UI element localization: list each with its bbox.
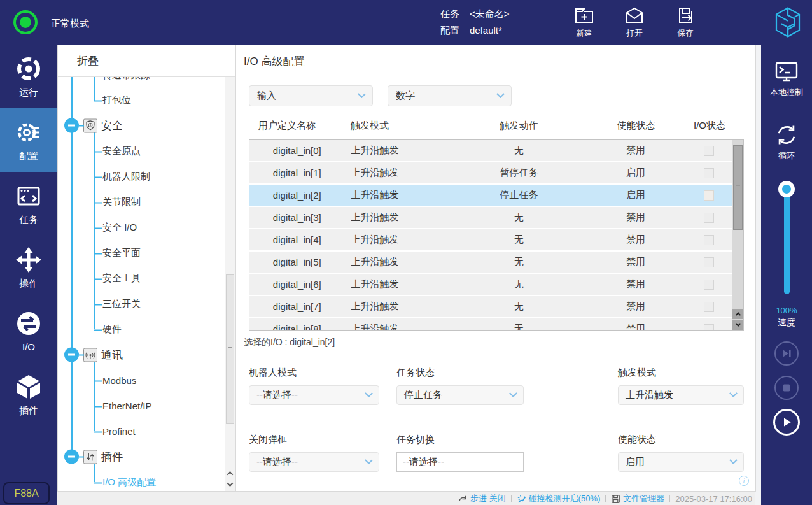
tree-item-robot-limits[interactable]: 机器人限制: [102, 171, 150, 183]
tree-item-io-advanced-config[interactable]: I/O 高级配置: [102, 476, 156, 488]
nav-item-plugin[interactable]: 插件: [0, 363, 57, 427]
tree-item-communication[interactable]: 通讯: [58, 348, 123, 362]
io-state-checkbox[interactable]: [704, 190, 714, 201]
step-forward-button[interactable]: [774, 341, 799, 366]
tree-item-safety-tool[interactable]: 安全工具: [102, 273, 141, 285]
trigger-mode: 上升沿触发: [345, 301, 442, 313]
speed-percent: 100%: [761, 306, 812, 315]
tree-scrollbar[interactable]: [225, 77, 235, 491]
speed-slider-handle[interactable]: [778, 181, 795, 197]
nav-item-task[interactable]: 任务: [0, 172, 57, 236]
speed-slider-track[interactable]: [784, 189, 790, 294]
tree-body: 传送带跟踪 打包位 安全 安全原点 机器人限制 关节限制 安全 I/O 安全平面…: [58, 77, 235, 491]
robot-mode-select[interactable]: --请选择--: [249, 385, 379, 405]
collapse-minus-icon[interactable]: [64, 450, 79, 464]
io-state-checkbox[interactable]: [704, 213, 714, 223]
table-row-selected[interactable]: digital_in[2] 上升沿触发 停止任务 启用: [249, 185, 743, 206]
chevron-down-icon: [365, 389, 373, 397]
table-row[interactable]: digital_in[3] 上升沿触发 无 禁用: [249, 207, 743, 228]
task-value: <未命名>: [470, 6, 510, 22]
io-state-checkbox[interactable]: [704, 257, 714, 267]
enable-state: 启用: [597, 167, 675, 179]
tree-item-modbus[interactable]: Modbus: [102, 375, 136, 386]
tree-item-joint-limits[interactable]: 关节限制: [102, 196, 141, 208]
table-row[interactable]: digital_in[6] 上升沿触发 无 禁用: [249, 274, 743, 295]
tree-item-plugin[interactable]: 插件: [58, 450, 123, 464]
tree-item-safety-plane[interactable]: 安全平面: [102, 247, 141, 259]
io-state-checkbox[interactable]: [704, 324, 714, 331]
table-scrollbar-thumb[interactable]: [733, 145, 743, 230]
tree-item-safety-io[interactable]: 安全 I/O: [102, 222, 137, 234]
close-popup-select[interactable]: --请选择--: [249, 452, 379, 472]
tree-item-ethernet-ip[interactable]: EtherNet/IP: [102, 401, 152, 411]
nav-item-run[interactable]: 运行: [0, 45, 57, 108]
save-button[interactable]: 保存: [666, 5, 705, 39]
trigger-action: 停止任务: [441, 189, 596, 201]
loop-icon: [774, 122, 799, 148]
tree-collapse-header[interactable]: 折叠: [58, 45, 235, 77]
tree-item-label: 安全: [101, 118, 123, 133]
table-row[interactable]: digital_in[5] 上升沿触发 无 禁用: [249, 252, 743, 273]
open-button[interactable]: 打开: [615, 5, 654, 39]
io-type-select[interactable]: 数字: [388, 85, 512, 106]
new-button[interactable]: 新建: [564, 5, 604, 39]
info-icon[interactable]: i: [739, 476, 749, 486]
tree-item-safety[interactable]: 安全: [58, 118, 123, 133]
tree-scroll-down-button[interactable]: [225, 479, 235, 490]
nav-item-config[interactable]: 配置: [0, 108, 57, 172]
trigger-mode-field: 触发模式 上升沿触发: [618, 367, 744, 405]
table-row[interactable]: digital_in[0] 上升沿触发 无 禁用: [249, 140, 743, 161]
task-switch-input[interactable]: [396, 452, 524, 472]
table-row[interactable]: digital_in[7] 上升沿触发 无 禁用: [249, 296, 743, 317]
nav-item-io[interactable]: I/O: [0, 299, 57, 363]
io-name: digital_in[2]: [249, 190, 345, 201]
tree-item-profinet[interactable]: Profinet: [102, 426, 136, 437]
io-direction-select[interactable]: 输入: [249, 85, 373, 106]
local-control-button[interactable]: 本地控制: [761, 59, 812, 98]
trigger-mode-select[interactable]: 上升沿触发: [618, 385, 744, 405]
enable-state: 禁用: [597, 256, 675, 268]
tree-item-safety-origin[interactable]: 安全原点: [102, 145, 141, 157]
tree-scrollbar-thumb[interactable]: [226, 274, 234, 424]
io-state-checkbox[interactable]: [704, 280, 714, 290]
nav-item-operate[interactable]: 操作: [0, 236, 57, 299]
table-row[interactable]: digital_in[1] 上升沿触发 暂停任务 启用: [249, 162, 743, 183]
io-state-checkbox[interactable]: [704, 302, 714, 312]
tree-item-hardware[interactable]: 硬件: [102, 324, 122, 336]
column-header-enable-state: 使能状态: [597, 120, 675, 132]
trigger-action: 无: [441, 278, 596, 290]
chevron-down-icon: [496, 90, 505, 98]
enable-state: 启用: [597, 189, 675, 201]
tree-item-conveyor-tracking[interactable]: 传送带跟踪: [102, 77, 150, 82]
io-name: digital_in[0]: [249, 145, 345, 156]
collision-detection-status[interactable]: 碰撞检测开启(50%): [517, 493, 601, 504]
collapse-minus-icon[interactable]: [64, 348, 79, 362]
table-row[interactable]: digital_in[8] 上升沿触发 无 禁用: [249, 318, 743, 331]
sliders-icon: [83, 450, 97, 464]
step-mode-status[interactable]: 步进 关闭: [458, 493, 506, 504]
trigger-mode: 上升沿触发: [345, 278, 442, 290]
table-scrollbar[interactable]: [732, 140, 743, 330]
task-state-select[interactable]: 停止任务: [396, 385, 524, 405]
trigger-action: 无: [441, 145, 596, 157]
tree-scroll-up-button[interactable]: [225, 468, 235, 479]
file-manager-button[interactable]: 文件管理器: [611, 493, 664, 504]
stop-button[interactable]: [774, 376, 799, 400]
table-scroll-down-button[interactable]: [732, 320, 743, 330]
collapse-minus-icon[interactable]: [64, 118, 79, 133]
table-row[interactable]: digital_in[4] 上升沿触发 无 禁用: [249, 229, 743, 250]
tree-item-three-position-switch[interactable]: 三位开关: [102, 298, 141, 310]
table-scroll-up-button[interactable]: [732, 309, 743, 319]
play-button[interactable]: [773, 409, 800, 436]
trigger-mode: 上升沿触发: [345, 145, 442, 157]
io-state-checkbox[interactable]: [704, 146, 714, 156]
io-state-checkbox[interactable]: [704, 168, 714, 178]
tree-item-label: 通讯: [101, 348, 123, 362]
device-id-badge[interactable]: F88A: [3, 482, 50, 504]
tree-item-packing-position[interactable]: 打包位: [102, 94, 131, 106]
tree-item-label: 机器人限制: [102, 171, 150, 181]
mode-label: 正常模式: [51, 18, 89, 30]
enable-state-select[interactable]: 启用: [618, 452, 744, 472]
io-state-checkbox[interactable]: [704, 235, 714, 245]
loop-button[interactable]: 循环: [761, 122, 812, 162]
